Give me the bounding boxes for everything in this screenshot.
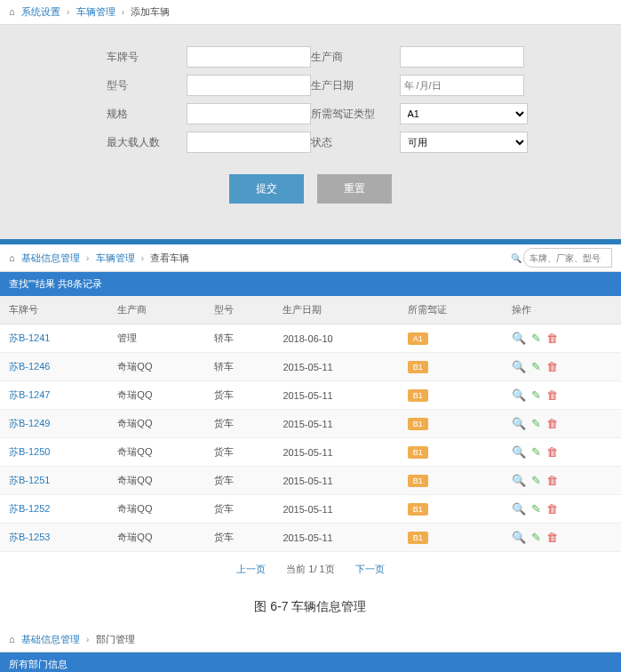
delete-icon[interactable]: 🗑 (546, 332, 558, 345)
edit-icon[interactable]: ✎ (531, 332, 541, 345)
license-badge: A1 (408, 332, 428, 345)
view-icon[interactable]: 🔍 (512, 445, 526, 459)
edit-icon[interactable]: ✎ (531, 445, 541, 459)
breadcrumb-link-1[interactable]: 基础信息管理 (21, 252, 80, 263)
prod-date-input[interactable] (400, 75, 524, 96)
delete-icon[interactable]: 🗑 (546, 417, 558, 430)
cell-date: 2018-06-10 (274, 324, 398, 353)
edit-icon[interactable]: ✎ (531, 502, 541, 516)
search-input[interactable] (523, 248, 612, 268)
prev-page[interactable]: 上一页 (236, 564, 266, 574)
cell-model: 货车 (205, 410, 274, 438)
manufacturer-label: 生产商 (311, 50, 400, 65)
view-icon[interactable]: 🔍 (512, 417, 526, 430)
result-header: 查找""结果 共8条记录 (0, 272, 621, 296)
edit-icon[interactable]: ✎ (531, 474, 541, 487)
status-select[interactable]: 可用 (400, 132, 528, 153)
pagination: 上一页 当前 1/ 1页 下一页 (0, 552, 621, 587)
breadcrumb-current: 添加车辆 (131, 6, 170, 17)
license-badge: B1 (408, 532, 428, 544)
view-icon[interactable]: 🔍 (512, 474, 526, 487)
separator-icon: › (122, 6, 125, 17)
license-type-select[interactable]: A1 (400, 103, 528, 124)
prod-date-label: 生产日期 (311, 78, 400, 93)
license-badge: B1 (408, 503, 428, 516)
col-manufacturer: 生产商 (108, 296, 205, 324)
col-date: 生产日期 (274, 296, 398, 324)
delete-icon[interactable]: 🗑 (546, 388, 558, 402)
cell-model: 货车 (205, 467, 274, 495)
cell-date: 2015-05-11 (274, 353, 398, 381)
home-icon[interactable]: ⌂ (9, 6, 15, 17)
cell-manufacturer: 管理 (108, 324, 205, 353)
plate-link[interactable]: 苏B-1253 (9, 532, 50, 542)
cell-date: 2015-05-11 (274, 381, 398, 410)
view-icon[interactable]: 🔍 (512, 531, 526, 544)
col-plate: 车牌号 (0, 296, 108, 324)
cell-date: 2015-05-11 (274, 410, 398, 438)
home-icon[interactable]: ⌂ (9, 252, 15, 263)
cell-manufacturer: 奇瑞QQ (108, 495, 205, 524)
delete-icon[interactable]: 🗑 (546, 531, 558, 544)
breadcrumb-link-2[interactable]: 车辆管理 (96, 252, 135, 263)
plate-link[interactable]: 苏B-1241 (9, 332, 50, 343)
figure-caption: 图 6-7 车辆信息管理 (0, 587, 621, 628)
reset-button[interactable]: 重置 (317, 174, 392, 204)
delete-icon[interactable]: 🗑 (546, 474, 558, 487)
breadcrumb-link-2[interactable]: 车辆管理 (76, 6, 115, 17)
breadcrumb-link-1[interactable]: 系统设置 (21, 6, 60, 17)
separator-icon: › (86, 634, 90, 644)
spec-label: 规格 (107, 107, 187, 122)
license-badge: B1 (408, 418, 428, 430)
plate-input[interactable] (187, 46, 311, 68)
plate-link[interactable]: 苏B-1246 (9, 361, 50, 372)
breadcrumb-link-1[interactable]: 基础信息管理 (21, 634, 80, 644)
submit-button[interactable]: 提交 (229, 174, 304, 204)
table-row: 苏B-1249 奇瑞QQ 货车 2015-05-11 B1 🔍 ✎ 🗑 (0, 410, 621, 438)
separator-icon: › (141, 252, 145, 263)
plate-link[interactable]: 苏B-1249 (9, 418, 50, 428)
cell-date: 2015-05-11 (274, 495, 398, 524)
breadcrumb-current: 查看车辆 (150, 252, 189, 263)
cell-manufacturer: 奇瑞QQ (108, 353, 205, 381)
edit-icon[interactable]: ✎ (531, 531, 541, 544)
cell-model: 货车 (205, 495, 274, 524)
cell-date: 2015-05-11 (274, 467, 398, 495)
breadcrumb-current: 部门管理 (96, 634, 135, 644)
cell-model: 货车 (205, 381, 274, 410)
delete-icon[interactable]: 🗑 (546, 360, 558, 373)
cell-model: 轿车 (205, 324, 274, 353)
department-section: ⌂ 基础信息管理 › 部门管理 所有部门信息 部门ID 部门名称 部门描述 操作… (0, 628, 621, 672)
spec-input[interactable] (187, 103, 311, 124)
view-icon[interactable]: 🔍 (512, 332, 526, 345)
next-page[interactable]: 下一页 (355, 564, 385, 574)
vehicle-list-section: ⌂ 基础信息管理 › 车辆管理 › 查看车辆 🔍 查找""结果 共8条记录 车牌… (0, 244, 621, 628)
delete-icon[interactable]: 🗑 (546, 502, 558, 516)
edit-icon[interactable]: ✎ (531, 388, 541, 402)
view-icon[interactable]: 🔍 (512, 388, 526, 402)
view-icon[interactable]: 🔍 (512, 360, 526, 373)
plate-link[interactable]: 苏B-1252 (9, 503, 50, 514)
edit-icon[interactable]: ✎ (531, 417, 541, 430)
cell-date: 2015-05-11 (274, 524, 398, 552)
col-actions: 操作 (503, 296, 621, 324)
plate-link[interactable]: 苏B-1247 (9, 389, 50, 400)
delete-icon[interactable]: 🗑 (546, 445, 558, 459)
cell-model: 货车 (205, 524, 274, 552)
manufacturer-input[interactable] (400, 46, 524, 68)
home-icon[interactable]: ⌂ (9, 634, 15, 644)
vehicle-form: 车牌号 生产商 型号 生产日期 规格 所需驾证类型 (0, 25, 621, 239)
max-capacity-input[interactable] (187, 132, 311, 153)
dept-header: 所有部门信息 (0, 652, 621, 672)
model-label: 型号 (107, 78, 187, 93)
plate-link[interactable]: 苏B-1250 (9, 446, 50, 457)
current-page: 当前 1/ 1页 (286, 564, 334, 574)
col-model: 型号 (205, 296, 274, 324)
license-badge: B1 (408, 475, 428, 487)
model-input[interactable] (187, 75, 311, 96)
plate-link[interactable]: 苏B-1251 (9, 475, 50, 485)
view-icon[interactable]: 🔍 (512, 502, 526, 516)
cell-model: 货车 (205, 438, 274, 467)
edit-icon[interactable]: ✎ (531, 360, 541, 373)
status-label: 状态 (311, 135, 400, 150)
